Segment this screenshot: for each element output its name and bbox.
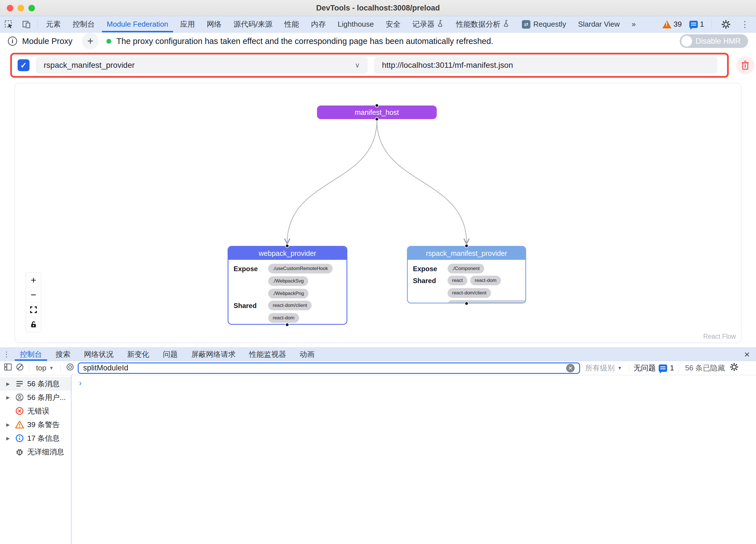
chevron-down-icon: ∨ <box>355 61 360 69</box>
sidebar-item-all-messages[interactable]: ▶ 56 条消息 <box>0 377 71 390</box>
tab-performance-insights[interactable]: 性能数据分析 <box>450 16 516 32</box>
messages-badge[interactable]: 1 <box>687 20 706 29</box>
tab-sources[interactable]: 源代码/来源 <box>228 16 278 32</box>
drawer-tab-performance-monitor[interactable]: 性能监视器 <box>242 348 293 361</box>
drawer-tab-changes[interactable]: 新变化 <box>120 348 156 361</box>
expose-pill: ./Component <box>448 264 484 273</box>
handle-top[interactable] <box>285 244 289 248</box>
tab-application[interactable]: 应用 <box>174 16 201 32</box>
issues-status[interactable]: 无问题 1 <box>634 363 674 373</box>
node-webpack-provider[interactable]: webpack_provider Expose ./useCustomRemot… <box>228 246 347 325</box>
lock-button[interactable] <box>26 317 41 332</box>
tab-recorder[interactable]: 记录器 <box>406 16 450 32</box>
live-expression-eye-icon[interactable] <box>65 362 75 373</box>
shared-pill: react-dom/client <box>268 300 312 310</box>
node-title: rspack_manifest_provider <box>408 247 525 260</box>
clear-filter-icon[interactable]: ✕ <box>566 364 575 372</box>
clear-console-icon[interactable] <box>15 362 24 373</box>
tab-performance[interactable]: 性能 <box>278 16 305 32</box>
close-drawer-button[interactable]: × <box>738 348 756 361</box>
zoom-out-button[interactable]: − <box>26 287 41 302</box>
sidebar-item-errors[interactable]: 无错误 <box>0 404 71 418</box>
tab-lighthouse[interactable]: Lighthouse <box>332 16 380 32</box>
tab-security[interactable]: 安全 <box>380 16 406 32</box>
toolbar-divider <box>29 364 29 372</box>
provider-select[interactable]: rspack_manifest_provider ∨ <box>36 57 368 74</box>
shared-pill: react <box>448 276 467 285</box>
proxy-status-message: The proxy configuration has taken effect… <box>116 37 493 46</box>
shared-pill: react-dom <box>268 313 299 323</box>
handle-top[interactable] <box>375 104 379 108</box>
manifest-url-input[interactable]: http://localhost:3011/mf-manifest.json <box>374 57 717 74</box>
zoom-window-button[interactable] <box>28 5 35 11</box>
drawer-tab-console[interactable]: 控制台 <box>13 348 49 361</box>
console-prompt-chevron: › <box>79 378 82 388</box>
tab-requestly[interactable]: ⇄ Requestly <box>516 16 572 32</box>
sidebar-item-info[interactable]: ▶ 17 条信息 <box>0 431 71 445</box>
drawer-tab-network-blocking[interactable]: 屏蔽网络请求 <box>184 348 242 361</box>
expand-arrow-icon[interactable]: ▶ <box>6 422 12 427</box>
handle-bottom[interactable] <box>465 301 469 305</box>
add-proxy-rule-button[interactable]: + <box>82 33 98 49</box>
close-window-button[interactable] <box>7 5 13 11</box>
bug-icon <box>15 448 24 456</box>
inspect-element-icon[interactable] <box>0 16 18 32</box>
traffic-lights <box>7 0 35 16</box>
drawer-tab-animations[interactable]: 动画 <box>293 348 321 361</box>
drawer-tab-network-conditions[interactable]: 网络状况 <box>77 348 120 361</box>
tab-elements[interactable]: 元素 <box>40 16 67 32</box>
expose-pill: ./WebpackPng <box>268 289 308 298</box>
expose-label: Expose <box>413 264 444 273</box>
rule-enabled-checkbox[interactable]: ✓ <box>18 59 30 71</box>
warnings-badge[interactable]: 39 <box>660 20 684 29</box>
zoom-in-button[interactable]: + <box>26 273 41 287</box>
console-filter-input[interactable]: splitModuleId ✕ <box>78 362 580 374</box>
console-sidebar-toggle-icon[interactable] <box>3 362 12 373</box>
tab-network[interactable]: 网络 <box>201 16 228 32</box>
sidebar-item-warnings[interactable]: ▶ 39 条警告 <box>0 418 71 431</box>
drawer-kebab-menu-icon[interactable]: ⋮ <box>0 348 13 361</box>
filter-value: splitModuleId <box>83 364 563 372</box>
kebab-menu-icon[interactable]: ⋮ <box>738 19 752 29</box>
device-toolbar-icon[interactable] <box>18 16 35 32</box>
expand-arrow-icon[interactable]: ▶ <box>6 381 12 386</box>
node-rspack-manifest-provider[interactable]: rspack_manifest_provider Expose ./Compon… <box>407 246 526 303</box>
context-selector[interactable]: top ▼ <box>34 364 56 372</box>
more-tabs-button[interactable]: » <box>626 16 642 32</box>
expand-arrow-icon[interactable]: ▶ <box>6 395 12 400</box>
react-flow-attribution[interactable]: React Flow <box>703 333 736 340</box>
window-title: DevTools - localhost:3008/preload <box>316 4 440 12</box>
console-drawer-tabbar: ⋮ 控制台 搜索 网络状况 新变化 问题 屏蔽网络请求 性能监视器 动画 × <box>0 347 756 361</box>
user-icon <box>15 393 24 402</box>
shared-label: Shared <box>234 300 264 310</box>
delete-rule-button[interactable] <box>736 56 754 74</box>
tab-memory[interactable]: 内存 <box>305 16 332 32</box>
settings-gear-icon[interactable] <box>717 19 735 30</box>
tab-console[interactable]: 控制台 <box>67 16 101 32</box>
expand-arrow-icon[interactable]: ▶ <box>6 436 12 441</box>
devtools-tabbar: 元素 控制台 Module Federation 应用 网络 源代码/来源 性能… <box>0 16 756 33</box>
drawer-tab-issues[interactable]: 问题 <box>156 348 184 361</box>
module-graph-canvas[interactable]: manifest_host webpack_provider Expose ./… <box>14 83 742 343</box>
sidebar-item-verbose[interactable]: 无详细消息 <box>0 445 71 459</box>
log-levels-dropdown[interactable]: 所有级别 ▼ <box>583 363 624 373</box>
tab-module-federation[interactable]: Module Federation <box>101 16 174 32</box>
fit-view-button[interactable] <box>26 302 41 317</box>
expose-pill: ./WebpackSvg <box>268 276 308 286</box>
console-settings-gear-icon[interactable] <box>729 362 739 374</box>
handle-bottom[interactable] <box>285 323 289 327</box>
hidden-messages-count: 56 条已隐藏 <box>683 363 726 373</box>
error-icon <box>15 407 24 415</box>
handle-bottom[interactable] <box>375 117 379 121</box>
info-icon <box>15 434 24 442</box>
edge-host-to-webpack <box>287 120 377 243</box>
entry-label: Entry <box>413 300 444 303</box>
disable-hmr-toggle[interactable]: Disable HMR <box>680 34 748 48</box>
handle-top[interactable] <box>465 244 469 248</box>
tab-slardar-view[interactable]: Slardar View <box>572 16 626 32</box>
minimize-window-button[interactable] <box>18 5 24 11</box>
console-output[interactable]: › <box>72 375 756 544</box>
messages-list-icon <box>15 380 24 388</box>
drawer-tab-search[interactable]: 搜索 <box>49 348 77 361</box>
sidebar-item-user-messages[interactable]: ▶ 56 条用户... <box>0 390 71 404</box>
